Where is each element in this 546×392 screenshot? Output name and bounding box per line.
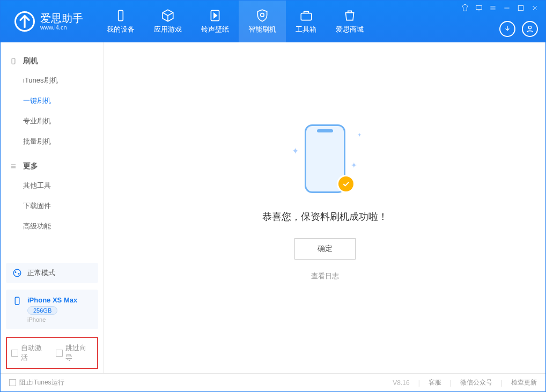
skin-icon[interactable]	[461, 4, 469, 12]
svg-rect-5	[518, 5, 523, 10]
window-controls	[461, 4, 539, 12]
tab-label: 智能刷机	[248, 25, 276, 34]
svg-point-6	[528, 26, 531, 29]
sidebar-item-one-click-flash[interactable]: 一键刷机	[1, 91, 104, 111]
tab-smart-flash[interactable]: 智能刷机	[239, 1, 286, 42]
check-badge-icon	[337, 175, 355, 193]
support-link[interactable]: 客服	[429, 378, 441, 387]
minimize-icon[interactable]	[503, 4, 511, 12]
header-tabs: 我的设备 应用游戏 铃声壁纸 智能刷机 工具箱 爱思商城	[97, 1, 373, 42]
main-content: ✦ ✦ ✦ 恭喜您，保资料刷机成功啦！ 确定 查看日志	[104, 42, 545, 373]
tab-label: 工具箱	[296, 25, 316, 34]
tab-apps-games[interactable]: 应用游戏	[144, 1, 191, 42]
download-button[interactable]	[499, 21, 515, 37]
tab-toolbox[interactable]: 工具箱	[286, 1, 326, 42]
sidebar-item-batch-flash[interactable]: 批量刷机	[1, 131, 104, 152]
logo: 爱思助手 www.i4.cn	[1, 1, 97, 42]
user-button[interactable]	[522, 21, 538, 37]
success-message: 恭喜您，保资料刷机成功啦！	[262, 210, 388, 223]
footer: 阻止iTunes运行 V8.16 | 客服 | 微信公众号 | 检查更新	[1, 373, 545, 391]
tab-label: 应用游戏	[154, 25, 182, 34]
sidebar-item-download-firmware[interactable]: 下载固件	[1, 196, 104, 216]
view-log-link[interactable]: 查看日志	[311, 271, 339, 281]
maximize-icon[interactable]	[517, 4, 525, 12]
svg-rect-7	[12, 58, 15, 64]
phone-icon	[12, 296, 22, 306]
svg-rect-4	[476, 5, 482, 9]
more-icon	[9, 162, 18, 171]
sparkle-icon: ✦	[292, 146, 299, 156]
svg-rect-3	[301, 13, 312, 20]
wechat-link[interactable]: 微信公众号	[460, 378, 492, 387]
auto-activate-checkbox[interactable]: 自动激活	[11, 343, 48, 363]
svg-point-2	[261, 13, 264, 17]
tab-my-device[interactable]: 我的设备	[97, 1, 144, 42]
sidebar-group-flash: 刷机	[1, 52, 104, 70]
group-title: 更多	[23, 161, 38, 171]
ringtone-icon	[208, 9, 222, 23]
device-icon	[114, 9, 128, 23]
app-body: 刷机 iTunes刷机 一键刷机 专业刷机 批量刷机 更多 其他工具 下载固件 …	[1, 42, 545, 373]
device-storage: 256GB	[27, 306, 57, 315]
checkbox-label: 跳过向导	[65, 343, 93, 363]
svg-point-8	[13, 269, 21, 277]
phone-icon	[9, 57, 18, 65]
app-title: 爱思助手	[40, 12, 83, 24]
success-illustration: ✦ ✦ ✦	[277, 121, 373, 196]
version-label: V8.16	[393, 379, 409, 387]
close-icon[interactable]	[530, 4, 539, 12]
sidebar-group-more: 更多	[1, 157, 104, 175]
app-subtitle: www.i4.cn	[40, 24, 83, 31]
block-itunes-checkbox[interactable]: 阻止iTunes运行	[9, 378, 64, 387]
tab-store[interactable]: 爱思商城	[326, 1, 373, 42]
checkbox-icon	[11, 350, 18, 357]
toolbox-icon	[299, 9, 313, 23]
checkbox-label: 自动激活	[21, 343, 48, 363]
store-icon	[343, 9, 357, 23]
checkbox-icon	[56, 350, 63, 357]
checkbox-icon	[9, 379, 16, 386]
menu-icon[interactable]	[489, 4, 497, 12]
feedback-icon[interactable]	[475, 4, 483, 12]
sparkle-icon: ✦	[351, 161, 357, 169]
svg-rect-11	[15, 297, 19, 305]
skip-guide-checkbox[interactable]: 跳过向导	[56, 343, 93, 363]
sidebar-item-pro-flash[interactable]: 专业刷机	[1, 111, 104, 131]
svg-point-9	[15, 271, 17, 273]
update-link[interactable]: 检查更新	[511, 378, 537, 387]
header-actions	[499, 21, 538, 37]
group-title: 刷机	[23, 56, 38, 66]
logo-icon	[14, 11, 35, 32]
sidebar-item-itunes-flash[interactable]: iTunes刷机	[1, 70, 104, 91]
shield-icon	[255, 9, 269, 23]
sidebar: 刷机 iTunes刷机 一键刷机 专业刷机 批量刷机 更多 其他工具 下载固件 …	[1, 42, 104, 373]
device-card[interactable]: iPhone XS Max 256GB iPhone	[6, 290, 98, 329]
device-name: iPhone XS Max	[27, 296, 77, 304]
mode-label: 正常模式	[27, 268, 55, 278]
sidebar-item-other-tools[interactable]: 其他工具	[1, 175, 104, 196]
ok-button[interactable]: 确定	[294, 238, 356, 260]
tab-label: 铃声壁纸	[201, 25, 229, 34]
app-header: 爱思助手 www.i4.cn 我的设备 应用游戏 铃声壁纸 智能刷机 工具箱 爱…	[1, 1, 545, 42]
cube-icon	[161, 9, 175, 23]
tab-ringtones[interactable]: 铃声壁纸	[191, 1, 239, 42]
svg-point-10	[18, 273, 20, 275]
mode-card[interactable]: 正常模式	[6, 263, 98, 283]
tab-label: 我的设备	[107, 25, 135, 34]
options-box: 自动激活 跳过向导	[6, 337, 98, 369]
checkbox-label: 阻止iTunes运行	[19, 378, 64, 387]
tab-label: 爱思商城	[336, 25, 364, 34]
svg-rect-0	[119, 10, 123, 21]
mode-icon	[12, 268, 22, 278]
device-type: iPhone	[27, 316, 77, 323]
sparkle-icon: ✦	[357, 132, 361, 138]
sidebar-item-advanced[interactable]: 高级功能	[1, 216, 104, 236]
